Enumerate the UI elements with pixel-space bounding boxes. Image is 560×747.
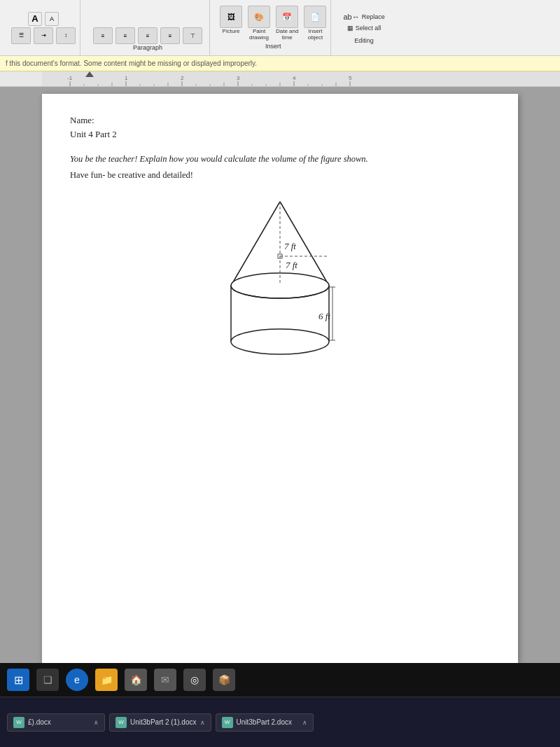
align-justify-icon[interactable]: ≡ <box>160 27 180 44</box>
figure-container: 7 ft 7 ft 6 ft <box>70 195 490 391</box>
toolbar: A A ☰ ⇥ ↕ ≡ ≡ ≡ ≡ ⊤ Paragraph 🖼 Picture … <box>0 0 560 56</box>
insert-group: 🖼 Picture 🎨 Paint drawing 📅 Date and tim… <box>216 0 331 55</box>
doc3-chevron-icon: ∧ <box>302 719 307 726</box>
select-all-icon: ▦ <box>347 25 354 32</box>
editing-label: Editing <box>354 37 374 44</box>
picture-item[interactable]: 🖼 Picture <box>220 6 242 35</box>
select-all-button[interactable]: ▦ Select all <box>345 24 384 32</box>
date-label: Date and time <box>276 29 298 41</box>
align-right-icon[interactable]: ≡ <box>138 27 158 44</box>
doc2-label: Unit3bPart 2 (1).docx <box>130 718 197 726</box>
font-a-large-button[interactable]: A <box>28 12 42 26</box>
align-left-icon[interactable]: ≡ <box>93 27 113 44</box>
insert-object-item[interactable]: 📄 Insertobject <box>304 6 326 41</box>
svg-text:3: 3 <box>237 75 240 81</box>
date-icon[interactable]: 📅 <box>276 6 298 28</box>
doc2-icon: W <box>115 717 127 728</box>
list-format-icon[interactable]: ☰ <box>11 27 31 44</box>
app-icon[interactable]: 📦 <box>213 669 235 691</box>
replace-icon: ab↔ <box>343 13 359 21</box>
figure-diagram: 7 ft 7 ft 6 ft <box>203 195 357 391</box>
font-buttons-row: A A <box>28 12 59 26</box>
mail-icon[interactable]: ✉ <box>154 669 176 691</box>
taskbar: W £).docx ∧ W Unit3bPart 2 (1).docx ∧ W … <box>0 697 560 747</box>
doc-sub-instruction-text: Have fun- be creative and detailed! <box>70 170 490 181</box>
svg-text:5: 5 <box>349 75 352 81</box>
replace-button[interactable]: ab↔ Replace <box>341 12 386 22</box>
svg-text:6 ft: 6 ft <box>318 311 330 321</box>
paint-label: Paint drawing <box>249 29 269 41</box>
svg-text:1: 1 <box>125 75 128 81</box>
insert-label: Insert <box>265 43 281 50</box>
doc-instruction-text: You be the teacher! Explain how you woul… <box>70 154 490 165</box>
task-view-button[interactable]: ❑ <box>36 669 59 691</box>
picture-icon[interactable]: 🖼 <box>220 6 242 28</box>
font-group: A A ☰ ⇥ ↕ <box>7 0 80 55</box>
insert-items-row: 🖼 Picture 🎨 Paint drawing 📅 Date and tim… <box>220 6 326 41</box>
ruler-inner: -1 1 2 3 4 5 <box>42 71 560 86</box>
doc1-label: £).docx <box>28 718 51 726</box>
svg-rect-0 <box>42 71 560 87</box>
doc-unit-label: Unit 4 Part 2 <box>70 129 490 140</box>
indent-icon[interactable]: ⇥ <box>34 27 53 44</box>
replace-label: Replace <box>362 13 385 20</box>
taskbar-doc-item-3[interactable]: W Unit3bPart 2.docx ∧ <box>216 713 314 732</box>
svg-text:7 ft: 7 ft <box>286 260 298 270</box>
date-time-item[interactable]: 📅 Date and time <box>276 6 298 41</box>
file-explorer-icon[interactable]: 📁 <box>95 669 118 691</box>
ruler: -1 1 2 3 4 5 <box>0 71 560 87</box>
paint-icon[interactable]: 🎨 <box>248 6 270 28</box>
chrome-icon[interactable]: ◎ <box>183 669 206 691</box>
doc3-label: Unit3bPart 2.docx <box>237 718 293 726</box>
paragraph-group: ≡ ≡ ≡ ≡ ⊤ Paragraph <box>86 0 210 55</box>
paragraph-icons-row: ≡ ≡ ≡ ≡ ⊤ <box>93 27 202 44</box>
document-page: Name: Unit 4 Part 2 You be the teacher! … <box>42 94 518 663</box>
doc3-icon: W <box>222 717 233 728</box>
svg-text:7 ft: 7 ft <box>284 241 296 251</box>
sort-icon[interactable]: ↕ <box>56 27 76 44</box>
paragraph-special-icon[interactable]: ⊤ <box>183 27 202 44</box>
object-label: Insertobject <box>308 29 323 41</box>
system-tray-area: ⊞ ❑ e 📁 🏠 ✉ ◎ 📦 <box>0 663 560 697</box>
svg-text:4: 4 <box>293 75 296 81</box>
store-icon[interactable]: 🏠 <box>125 669 147 691</box>
picture-label: Picture <box>223 29 240 35</box>
svg-point-40 <box>231 329 329 354</box>
warning-bar: f this document's format. Some content m… <box>0 56 560 71</box>
warning-text: f this document's format. Some content m… <box>6 60 257 67</box>
edge-browser-icon[interactable]: e <box>66 669 88 691</box>
doc-name-field: Name: <box>70 115 490 126</box>
object-icon[interactable]: 📄 <box>304 6 326 28</box>
doc1-chevron-icon: ∧ <box>94 719 99 726</box>
svg-text:2: 2 <box>181 75 184 81</box>
editing-group: ab↔ Replace ▦ Select all Editing <box>337 0 391 55</box>
doc1-icon: W <box>13 717 24 728</box>
select-all-label: Select all <box>356 25 382 32</box>
paragraph-label: Paragraph <box>133 44 162 54</box>
text-format-row: ☰ ⇥ ↕ <box>11 27 76 44</box>
align-center-icon[interactable]: ≡ <box>115 27 135 44</box>
paint-drawing-item[interactable]: 🎨 Paint drawing <box>248 6 270 41</box>
windows-button[interactable]: ⊞ <box>7 669 29 691</box>
svg-text:-1: -1 <box>67 75 73 81</box>
taskbar-doc-item-2[interactable]: W Unit3bPart 2 (1).docx ∧ <box>109 713 211 732</box>
doc2-chevron-icon: ∧ <box>200 719 205 726</box>
taskbar-doc-item-1[interactable]: W £).docx ∧ <box>7 713 105 732</box>
document-area: Name: Unit 4 Part 2 You be the teacher! … <box>0 87 560 663</box>
font-a-small-button[interactable]: A <box>45 12 59 26</box>
